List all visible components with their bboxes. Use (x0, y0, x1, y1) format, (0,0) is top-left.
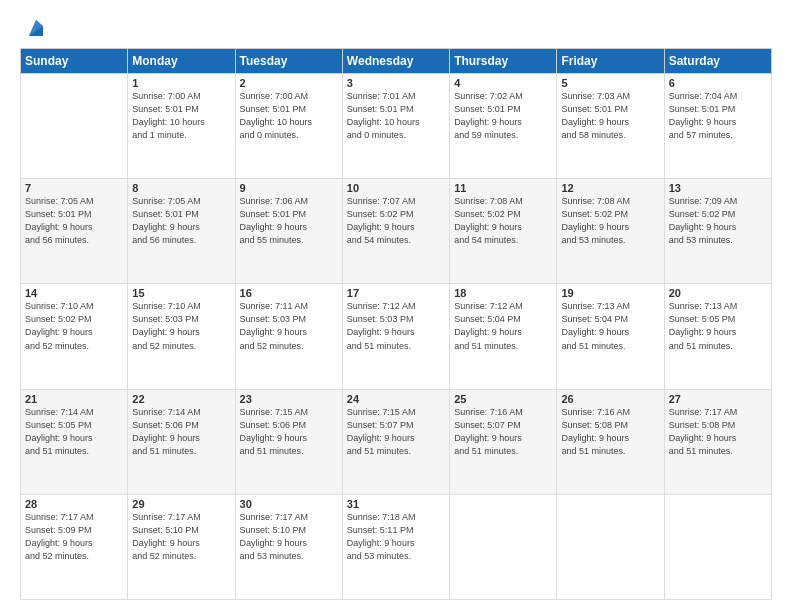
weekday-header-monday: Monday (128, 49, 235, 74)
day-number: 5 (561, 77, 659, 89)
day-info: Sunrise: 7:14 AM Sunset: 5:06 PM Dayligh… (132, 406, 230, 458)
day-info: Sunrise: 7:03 AM Sunset: 5:01 PM Dayligh… (561, 90, 659, 142)
day-cell (557, 494, 664, 599)
day-cell: 15Sunrise: 7:10 AM Sunset: 5:03 PM Dayli… (128, 284, 235, 389)
logo (20, 18, 47, 40)
day-cell: 24Sunrise: 7:15 AM Sunset: 5:07 PM Dayli… (342, 389, 449, 494)
day-number: 22 (132, 393, 230, 405)
day-cell: 27Sunrise: 7:17 AM Sunset: 5:08 PM Dayli… (664, 389, 771, 494)
day-number: 24 (347, 393, 445, 405)
day-number: 23 (240, 393, 338, 405)
day-number: 6 (669, 77, 767, 89)
day-cell: 10Sunrise: 7:07 AM Sunset: 5:02 PM Dayli… (342, 179, 449, 284)
day-info: Sunrise: 7:00 AM Sunset: 5:01 PM Dayligh… (240, 90, 338, 142)
day-number: 28 (25, 498, 123, 510)
day-cell: 18Sunrise: 7:12 AM Sunset: 5:04 PM Dayli… (450, 284, 557, 389)
day-number: 21 (25, 393, 123, 405)
day-cell: 1Sunrise: 7:00 AM Sunset: 5:01 PM Daylig… (128, 74, 235, 179)
day-cell: 9Sunrise: 7:06 AM Sunset: 5:01 PM Daylig… (235, 179, 342, 284)
day-number: 11 (454, 182, 552, 194)
day-info: Sunrise: 7:17 AM Sunset: 5:10 PM Dayligh… (132, 511, 230, 563)
day-info: Sunrise: 7:16 AM Sunset: 5:08 PM Dayligh… (561, 406, 659, 458)
calendar-table: SundayMondayTuesdayWednesdayThursdayFrid… (20, 48, 772, 600)
day-info: Sunrise: 7:12 AM Sunset: 5:04 PM Dayligh… (454, 300, 552, 352)
day-number: 25 (454, 393, 552, 405)
weekday-header-row: SundayMondayTuesdayWednesdayThursdayFrid… (21, 49, 772, 74)
day-cell: 8Sunrise: 7:05 AM Sunset: 5:01 PM Daylig… (128, 179, 235, 284)
day-number: 29 (132, 498, 230, 510)
day-info: Sunrise: 7:00 AM Sunset: 5:01 PM Dayligh… (132, 90, 230, 142)
day-cell: 29Sunrise: 7:17 AM Sunset: 5:10 PM Dayli… (128, 494, 235, 599)
day-cell: 6Sunrise: 7:04 AM Sunset: 5:01 PM Daylig… (664, 74, 771, 179)
day-cell (21, 74, 128, 179)
day-number: 10 (347, 182, 445, 194)
day-number: 7 (25, 182, 123, 194)
day-info: Sunrise: 7:05 AM Sunset: 5:01 PM Dayligh… (132, 195, 230, 247)
weekday-header-friday: Friday (557, 49, 664, 74)
day-number: 14 (25, 287, 123, 299)
day-cell: 4Sunrise: 7:02 AM Sunset: 5:01 PM Daylig… (450, 74, 557, 179)
day-cell (450, 494, 557, 599)
day-number: 4 (454, 77, 552, 89)
day-cell: 7Sunrise: 7:05 AM Sunset: 5:01 PM Daylig… (21, 179, 128, 284)
day-number: 30 (240, 498, 338, 510)
day-number: 13 (669, 182, 767, 194)
day-cell: 30Sunrise: 7:17 AM Sunset: 5:10 PM Dayli… (235, 494, 342, 599)
day-info: Sunrise: 7:17 AM Sunset: 5:10 PM Dayligh… (240, 511, 338, 563)
day-cell: 20Sunrise: 7:13 AM Sunset: 5:05 PM Dayli… (664, 284, 771, 389)
day-info: Sunrise: 7:12 AM Sunset: 5:03 PM Dayligh… (347, 300, 445, 352)
day-cell: 5Sunrise: 7:03 AM Sunset: 5:01 PM Daylig… (557, 74, 664, 179)
day-info: Sunrise: 7:05 AM Sunset: 5:01 PM Dayligh… (25, 195, 123, 247)
day-number: 19 (561, 287, 659, 299)
weekday-header-wednesday: Wednesday (342, 49, 449, 74)
day-number: 31 (347, 498, 445, 510)
day-info: Sunrise: 7:08 AM Sunset: 5:02 PM Dayligh… (454, 195, 552, 247)
weekday-header-sunday: Sunday (21, 49, 128, 74)
day-number: 26 (561, 393, 659, 405)
day-info: Sunrise: 7:10 AM Sunset: 5:03 PM Dayligh… (132, 300, 230, 352)
day-info: Sunrise: 7:01 AM Sunset: 5:01 PM Dayligh… (347, 90, 445, 142)
day-cell: 17Sunrise: 7:12 AM Sunset: 5:03 PM Dayli… (342, 284, 449, 389)
day-info: Sunrise: 7:14 AM Sunset: 5:05 PM Dayligh… (25, 406, 123, 458)
day-info: Sunrise: 7:17 AM Sunset: 5:09 PM Dayligh… (25, 511, 123, 563)
day-cell: 16Sunrise: 7:11 AM Sunset: 5:03 PM Dayli… (235, 284, 342, 389)
day-info: Sunrise: 7:15 AM Sunset: 5:06 PM Dayligh… (240, 406, 338, 458)
day-cell: 19Sunrise: 7:13 AM Sunset: 5:04 PM Dayli… (557, 284, 664, 389)
day-number: 2 (240, 77, 338, 89)
day-info: Sunrise: 7:15 AM Sunset: 5:07 PM Dayligh… (347, 406, 445, 458)
day-info: Sunrise: 7:17 AM Sunset: 5:08 PM Dayligh… (669, 406, 767, 458)
day-cell: 31Sunrise: 7:18 AM Sunset: 5:11 PM Dayli… (342, 494, 449, 599)
day-number: 20 (669, 287, 767, 299)
day-cell: 2Sunrise: 7:00 AM Sunset: 5:01 PM Daylig… (235, 74, 342, 179)
header (20, 18, 772, 40)
weekday-header-thursday: Thursday (450, 49, 557, 74)
day-info: Sunrise: 7:18 AM Sunset: 5:11 PM Dayligh… (347, 511, 445, 563)
day-number: 27 (669, 393, 767, 405)
day-info: Sunrise: 7:04 AM Sunset: 5:01 PM Dayligh… (669, 90, 767, 142)
day-cell: 25Sunrise: 7:16 AM Sunset: 5:07 PM Dayli… (450, 389, 557, 494)
day-number: 12 (561, 182, 659, 194)
day-number: 1 (132, 77, 230, 89)
day-number: 16 (240, 287, 338, 299)
day-info: Sunrise: 7:07 AM Sunset: 5:02 PM Dayligh… (347, 195, 445, 247)
day-info: Sunrise: 7:13 AM Sunset: 5:05 PM Dayligh… (669, 300, 767, 352)
day-cell (664, 494, 771, 599)
day-info: Sunrise: 7:13 AM Sunset: 5:04 PM Dayligh… (561, 300, 659, 352)
day-number: 8 (132, 182, 230, 194)
day-info: Sunrise: 7:16 AM Sunset: 5:07 PM Dayligh… (454, 406, 552, 458)
week-row-2: 7Sunrise: 7:05 AM Sunset: 5:01 PM Daylig… (21, 179, 772, 284)
weekday-header-saturday: Saturday (664, 49, 771, 74)
page: SundayMondayTuesdayWednesdayThursdayFrid… (0, 0, 792, 612)
day-info: Sunrise: 7:09 AM Sunset: 5:02 PM Dayligh… (669, 195, 767, 247)
day-cell: 12Sunrise: 7:08 AM Sunset: 5:02 PM Dayli… (557, 179, 664, 284)
day-number: 3 (347, 77, 445, 89)
day-info: Sunrise: 7:02 AM Sunset: 5:01 PM Dayligh… (454, 90, 552, 142)
day-cell: 26Sunrise: 7:16 AM Sunset: 5:08 PM Dayli… (557, 389, 664, 494)
day-number: 15 (132, 287, 230, 299)
day-cell: 28Sunrise: 7:17 AM Sunset: 5:09 PM Dayli… (21, 494, 128, 599)
week-row-1: 1Sunrise: 7:00 AM Sunset: 5:01 PM Daylig… (21, 74, 772, 179)
day-info: Sunrise: 7:10 AM Sunset: 5:02 PM Dayligh… (25, 300, 123, 352)
week-row-5: 28Sunrise: 7:17 AM Sunset: 5:09 PM Dayli… (21, 494, 772, 599)
day-info: Sunrise: 7:11 AM Sunset: 5:03 PM Dayligh… (240, 300, 338, 352)
day-cell: 13Sunrise: 7:09 AM Sunset: 5:02 PM Dayli… (664, 179, 771, 284)
